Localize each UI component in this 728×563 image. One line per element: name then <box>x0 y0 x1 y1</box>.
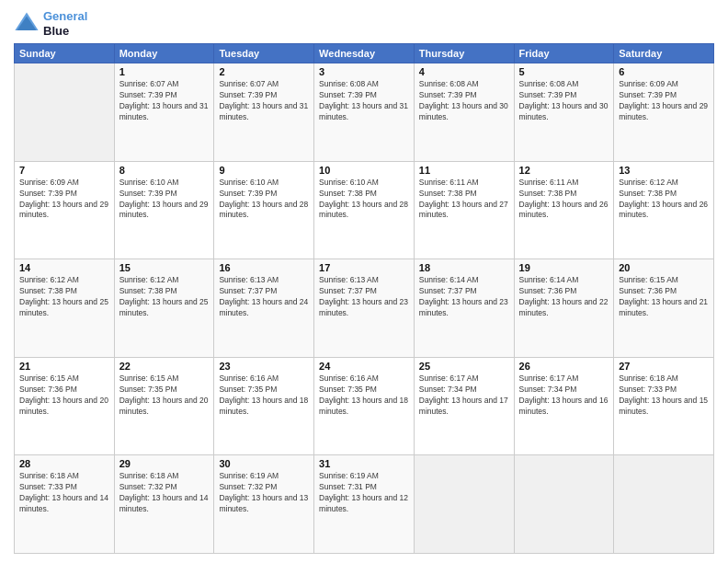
day-number: 11 <box>419 165 509 176</box>
day-number: 2 <box>219 66 309 77</box>
day-cell: 31Sunrise: 6:19 AMSunset: 7:31 PMDayligh… <box>314 455 415 554</box>
day-info: Sunrise: 6:16 AMSunset: 7:35 PMDaylight:… <box>319 373 409 418</box>
day-info: Sunrise: 6:09 AMSunset: 7:39 PMDaylight:… <box>619 79 709 123</box>
day-cell: 18Sunrise: 6:14 AMSunset: 7:37 PMDayligh… <box>414 259 514 358</box>
day-number: 5 <box>519 66 609 77</box>
week-row: 28Sunrise: 6:18 AMSunset: 7:33 PMDayligh… <box>15 455 714 554</box>
day-info: Sunrise: 6:18 AMSunset: 7:33 PMDaylight:… <box>19 471 109 515</box>
day-number: 8 <box>119 165 210 176</box>
day-cell: 2Sunrise: 6:07 AMSunset: 7:39 PMDaylight… <box>214 63 314 162</box>
day-cell: 11Sunrise: 6:11 AMSunset: 7:38 PMDayligh… <box>414 161 514 259</box>
day-cell: 23Sunrise: 6:16 AMSunset: 7:35 PMDayligh… <box>214 357 314 455</box>
day-number: 20 <box>619 262 709 273</box>
day-cell: 4Sunrise: 6:08 AMSunset: 7:39 PMDaylight… <box>414 63 514 162</box>
day-info: Sunrise: 6:10 AMSunset: 7:39 PMDaylight:… <box>219 178 309 222</box>
calendar: SundayMondayTuesdayWednesdayThursdayFrid… <box>14 43 714 554</box>
logo-text: General Blue <box>43 9 87 38</box>
day-cell: 19Sunrise: 6:14 AMSunset: 7:36 PMDayligh… <box>514 259 614 358</box>
day-info: Sunrise: 6:07 AMSunset: 7:39 PMDaylight:… <box>119 79 210 123</box>
day-number: 13 <box>619 165 709 176</box>
day-info: Sunrise: 6:08 AMSunset: 7:39 PMDaylight:… <box>419 79 509 123</box>
day-info: Sunrise: 6:15 AMSunset: 7:36 PMDaylight:… <box>19 373 109 418</box>
weekday-header: Wednesday <box>314 44 415 63</box>
day-info: Sunrise: 6:08 AMSunset: 7:39 PMDaylight:… <box>319 79 409 123</box>
day-cell: 27Sunrise: 6:18 AMSunset: 7:33 PMDayligh… <box>614 357 714 455</box>
day-cell <box>15 63 115 162</box>
day-cell: 29Sunrise: 6:18 AMSunset: 7:32 PMDayligh… <box>114 455 214 554</box>
day-info: Sunrise: 6:13 AMSunset: 7:37 PMDaylight:… <box>219 275 309 319</box>
day-info: Sunrise: 6:17 AMSunset: 7:34 PMDaylight:… <box>519 373 609 418</box>
day-cell: 6Sunrise: 6:09 AMSunset: 7:39 PMDaylight… <box>614 63 714 162</box>
header: General Blue <box>14 9 714 38</box>
day-info: Sunrise: 6:18 AMSunset: 7:33 PMDaylight:… <box>619 373 709 418</box>
day-number: 10 <box>319 165 409 176</box>
day-info: Sunrise: 6:07 AMSunset: 7:39 PMDaylight:… <box>219 79 309 123</box>
weekday-header: Saturday <box>614 44 714 63</box>
day-number: 22 <box>119 361 210 372</box>
day-info: Sunrise: 6:11 AMSunset: 7:38 PMDaylight:… <box>419 178 509 222</box>
logo-icon <box>14 11 40 37</box>
day-cell: 3Sunrise: 6:08 AMSunset: 7:39 PMDaylight… <box>314 63 415 162</box>
day-cell: 8Sunrise: 6:10 AMSunset: 7:39 PMDaylight… <box>114 161 214 259</box>
day-cell: 22Sunrise: 6:15 AMSunset: 7:35 PMDayligh… <box>114 357 214 455</box>
day-cell: 24Sunrise: 6:16 AMSunset: 7:35 PMDayligh… <box>314 357 415 455</box>
day-info: Sunrise: 6:08 AMSunset: 7:39 PMDaylight:… <box>519 79 609 123</box>
day-number: 15 <box>119 262 210 273</box>
calendar-header: SundayMondayTuesdayWednesdayThursdayFrid… <box>15 44 714 63</box>
day-number: 7 <box>19 165 109 176</box>
day-number: 27 <box>619 361 709 372</box>
day-cell: 17Sunrise: 6:13 AMSunset: 7:37 PMDayligh… <box>314 259 415 358</box>
day-info: Sunrise: 6:10 AMSunset: 7:38 PMDaylight:… <box>319 178 409 222</box>
day-info: Sunrise: 6:14 AMSunset: 7:36 PMDaylight:… <box>519 275 609 319</box>
day-info: Sunrise: 6:16 AMSunset: 7:35 PMDaylight:… <box>219 373 309 418</box>
day-cell: 26Sunrise: 6:17 AMSunset: 7:34 PMDayligh… <box>514 357 614 455</box>
day-info: Sunrise: 6:17 AMSunset: 7:34 PMDaylight:… <box>419 373 509 418</box>
day-info: Sunrise: 6:10 AMSunset: 7:39 PMDaylight:… <box>119 178 210 222</box>
day-number: 16 <box>219 262 309 273</box>
day-number: 9 <box>219 165 309 176</box>
day-info: Sunrise: 6:19 AMSunset: 7:31 PMDaylight:… <box>319 471 409 515</box>
day-cell: 14Sunrise: 6:12 AMSunset: 7:38 PMDayligh… <box>15 259 115 358</box>
week-row: 14Sunrise: 6:12 AMSunset: 7:38 PMDayligh… <box>15 259 714 358</box>
day-cell: 25Sunrise: 6:17 AMSunset: 7:34 PMDayligh… <box>414 357 514 455</box>
logo: General Blue <box>14 9 87 38</box>
day-info: Sunrise: 6:12 AMSunset: 7:38 PMDaylight:… <box>119 275 210 319</box>
day-number: 24 <box>319 361 409 372</box>
weekday-header: Friday <box>514 44 614 63</box>
day-number: 6 <box>619 66 709 77</box>
day-number: 4 <box>419 66 509 77</box>
day-cell: 9Sunrise: 6:10 AMSunset: 7:39 PMDaylight… <box>214 161 314 259</box>
day-cell: 16Sunrise: 6:13 AMSunset: 7:37 PMDayligh… <box>214 259 314 358</box>
day-number: 12 <box>519 165 609 176</box>
day-number: 17 <box>319 262 409 273</box>
day-cell <box>514 455 614 554</box>
day-number: 19 <box>519 262 609 273</box>
day-cell: 20Sunrise: 6:15 AMSunset: 7:36 PMDayligh… <box>614 259 714 358</box>
day-number: 23 <box>219 361 309 372</box>
day-number: 30 <box>219 458 309 469</box>
day-number: 26 <box>519 361 609 372</box>
page: General Blue SundayMondayTuesdayWednesda… <box>0 0 728 563</box>
calendar-body: 1Sunrise: 6:07 AMSunset: 7:39 PMDaylight… <box>15 63 714 554</box>
day-cell: 10Sunrise: 6:10 AMSunset: 7:38 PMDayligh… <box>314 161 415 259</box>
day-cell: 1Sunrise: 6:07 AMSunset: 7:39 PMDaylight… <box>114 63 214 162</box>
day-info: Sunrise: 6:15 AMSunset: 7:36 PMDaylight:… <box>619 275 709 319</box>
week-row: 21Sunrise: 6:15 AMSunset: 7:36 PMDayligh… <box>15 357 714 455</box>
day-cell: 15Sunrise: 6:12 AMSunset: 7:38 PMDayligh… <box>114 259 214 358</box>
day-info: Sunrise: 6:15 AMSunset: 7:35 PMDaylight:… <box>119 373 210 418</box>
day-info: Sunrise: 6:11 AMSunset: 7:38 PMDaylight:… <box>519 178 609 222</box>
day-info: Sunrise: 6:09 AMSunset: 7:39 PMDaylight:… <box>19 178 109 222</box>
day-info: Sunrise: 6:13 AMSunset: 7:37 PMDaylight:… <box>319 275 409 319</box>
day-cell: 7Sunrise: 6:09 AMSunset: 7:39 PMDaylight… <box>15 161 115 259</box>
day-number: 28 <box>19 458 109 469</box>
weekday-header: Sunday <box>15 44 115 63</box>
week-row: 1Sunrise: 6:07 AMSunset: 7:39 PMDaylight… <box>15 63 714 162</box>
day-cell: 30Sunrise: 6:19 AMSunset: 7:32 PMDayligh… <box>214 455 314 554</box>
day-number: 3 <box>319 66 409 77</box>
day-cell: 13Sunrise: 6:12 AMSunset: 7:38 PMDayligh… <box>614 161 714 259</box>
day-number: 29 <box>119 458 210 469</box>
day-cell <box>414 455 514 554</box>
day-cell <box>614 455 714 554</box>
weekday-header: Tuesday <box>214 44 314 63</box>
day-info: Sunrise: 6:19 AMSunset: 7:32 PMDaylight:… <box>219 471 309 515</box>
